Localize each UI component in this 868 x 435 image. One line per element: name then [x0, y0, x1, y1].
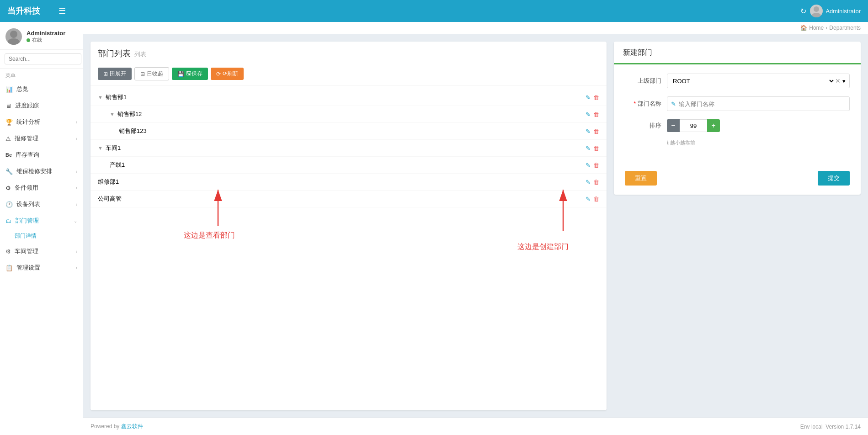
tree-toggle-icon[interactable]: ▼	[110, 111, 115, 117]
select-clear-icon[interactable]: ✕	[835, 77, 841, 85]
refresh-button[interactable]: ⟳ ⟳刷新	[211, 68, 244, 80]
dashboard-icon: 📊	[5, 86, 13, 93]
collapse-button[interactable]: ⊟ 日收起	[134, 67, 169, 80]
svg-point-3	[8, 38, 20, 45]
collapse-icon: ⊟	[140, 71, 145, 77]
status-dot	[27, 38, 30, 42]
form-actions: 重置 提交	[614, 164, 861, 195]
sidebar: Administrator 在线 🔍 菜单 📊 总览 🖥 进度跟踪	[0, 22, 83, 435]
user-menu[interactable]: Administrator	[810, 5, 861, 17]
sort-hint: ℹ 越小越靠前	[667, 139, 695, 146]
tree-item[interactable]: ▼ 销售部12 ✎ 🗑	[91, 106, 607, 123]
dept-mgmt-icon: 🗂	[5, 218, 11, 224]
header-left: 当升科技 ☰	[7, 5, 66, 16]
refresh-icon[interactable]: ↻	[800, 7, 806, 16]
sidebar-item-maintenance[interactable]: 🔧 维保检修安排 ‹	[0, 163, 83, 180]
expand-button[interactable]: ⊞ 田展开	[98, 68, 132, 80]
menu-label: 菜单	[0, 69, 83, 81]
breadcrumb-home[interactable]: Home	[809, 25, 824, 31]
info-icon: ℹ	[667, 140, 669, 146]
sidebar-status: 在线	[27, 37, 65, 43]
delete-icon[interactable]: 🗑	[593, 128, 599, 135]
page-title-row: 部门列表 列表	[91, 42, 607, 63]
search-input[interactable]	[5, 53, 81, 64]
sidebar-item-dashboard[interactable]: 📊 总览	[0, 81, 83, 97]
dept-name-input[interactable]	[679, 101, 846, 107]
tree-item[interactable]: 维修部1 ✎ 🗑	[91, 174, 607, 191]
delete-icon[interactable]: 🗑	[593, 179, 599, 186]
equipment-icon: 🕐	[5, 201, 13, 208]
admin-name-header: Administrator	[825, 8, 861, 15]
sidebar-item-report[interactable]: ⚠ 报修管理 ‹	[0, 130, 83, 147]
sidebar-item-inventory[interactable]: Be 库存查询	[0, 147, 83, 163]
edit-icon[interactable]: ✎	[586, 145, 591, 152]
user-info: Administrator 在线	[0, 22, 83, 50]
sidebar-item-dept-mgmt[interactable]: 🗂 部门管理 ⌄	[0, 212, 83, 229]
refresh-btn-icon: ⟳	[216, 71, 221, 77]
statistics-icon: 🏆	[5, 119, 13, 126]
inventory-icon: Be	[5, 152, 12, 158]
sort-plus-button[interactable]: +	[707, 119, 720, 132]
edit-icon[interactable]: ✎	[586, 94, 591, 101]
sort-value-input[interactable]	[680, 119, 707, 132]
maintenance-icon: 🔧	[5, 168, 13, 175]
sidebar-item-parts[interactable]: ⚙ 备件领用 ‹	[0, 180, 83, 196]
edit-icon[interactable]: ✎	[586, 162, 591, 169]
edit-pencil-icon[interactable]: ✎	[671, 101, 676, 107]
tree-toggle-icon[interactable]: ▼	[98, 145, 103, 151]
footer-powered-by: Powered by 鑫云软件	[91, 423, 143, 430]
delete-icon[interactable]: 🗑	[593, 162, 599, 169]
new-dept-panel: 新建部门 上级部门 ROOT ✕ ▾	[614, 42, 861, 195]
submit-button[interactable]: 提交	[818, 171, 850, 186]
search-wrap: 🔍	[0, 50, 83, 69]
report-icon: ⚠	[5, 135, 11, 142]
new-dept-title: 新建部门	[623, 48, 652, 56]
sidebar-item-equipment[interactable]: 🕐 设备列表 ‹	[0, 196, 83, 212]
footer-version: Env local Version 1.7.14	[800, 424, 861, 430]
chevron-icon: ‹	[76, 186, 77, 191]
delete-icon[interactable]: 🗑	[593, 196, 599, 202]
edit-icon[interactable]: ✎	[586, 196, 591, 202]
sort-minus-button[interactable]: −	[667, 119, 680, 132]
content-area: 部门列表 列表 ⊞ 田展开 ⊟ 日收起 💾 🖫保存	[83, 34, 868, 418]
sidebar-item-progress[interactable]: 🖥 进度跟踪	[0, 97, 83, 114]
chevron-icon: ‹	[76, 136, 77, 141]
reset-button[interactable]: 重置	[625, 171, 657, 186]
dept-list-panel: 部门列表 列表 ⊞ 田展开 ⊟ 日收起 💾 🖫保存	[91, 42, 607, 410]
save-icon: 💾	[177, 71, 184, 77]
sidebar-item-dept-detail[interactable]: 部门详情	[0, 229, 83, 243]
select-arrow-icon: ▾	[842, 78, 846, 85]
parent-dept-select[interactable]: ROOT	[671, 77, 835, 85]
tree-item[interactable]: 公司高管 ✎ 🗑	[91, 191, 607, 207]
toolbar: ⊞ 田展开 ⊟ 日收起 💾 🖫保存 ⟳ ⟳刷新	[91, 63, 607, 85]
avatar	[810, 5, 823, 17]
main-layout: Administrator 在线 🔍 菜单 📊 总览 🖥 进度跟踪	[0, 22, 868, 435]
sidebar-item-statistics[interactable]: 🏆 统计分析 ‹	[0, 114, 83, 130]
expand-icon: ⊞	[103, 71, 108, 77]
sidebar-item-settings[interactable]: 📋 管理设置 ‹	[0, 260, 83, 276]
sort-wrap: − +	[667, 119, 720, 132]
tree-item[interactable]: ▼ 车间1 ✎ 🗑	[91, 140, 607, 157]
page-subtitle: 列表	[134, 50, 146, 58]
dept-name-input-wrap: ✎	[667, 96, 850, 111]
sidebar-item-workshop[interactable]: ⚙ 车间管理 ‹	[0, 243, 83, 260]
top-header: 当升科技 ☰ ↻ Administrator	[0, 0, 868, 22]
breadcrumb-current: Departments	[829, 25, 861, 31]
edit-icon[interactable]: ✎	[586, 128, 591, 135]
delete-icon[interactable]: 🗑	[593, 145, 599, 152]
edit-icon[interactable]: ✎	[586, 111, 591, 118]
hamburger-icon[interactable]: ☰	[59, 6, 66, 16]
tree-item[interactable]: 产线1 ✎ 🗑	[91, 157, 607, 174]
tree-item[interactable]: 销售部123 ✎ 🗑	[91, 123, 607, 140]
dept-name-label: 部门名称	[625, 100, 661, 108]
delete-icon[interactable]: 🗑	[593, 94, 599, 101]
tree-item[interactable]: ▼ 销售部1 ✎ 🗑	[91, 89, 607, 106]
save-button[interactable]: 💾 🖫保存	[172, 68, 208, 80]
delete-icon[interactable]: 🗑	[593, 111, 599, 118]
tree-toggle-icon[interactable]: ▼	[98, 95, 103, 100]
footer-company-link[interactable]: 鑫云软件	[121, 423, 143, 430]
dept-tree: ▼ 销售部1 ✎ 🗑 ▼ 销售部12	[91, 85, 607, 410]
edit-icon[interactable]: ✎	[586, 179, 591, 186]
chevron-icon: ‹	[76, 120, 77, 125]
parent-dept-row: 上级部门 ROOT ✕ ▾	[625, 74, 850, 88]
